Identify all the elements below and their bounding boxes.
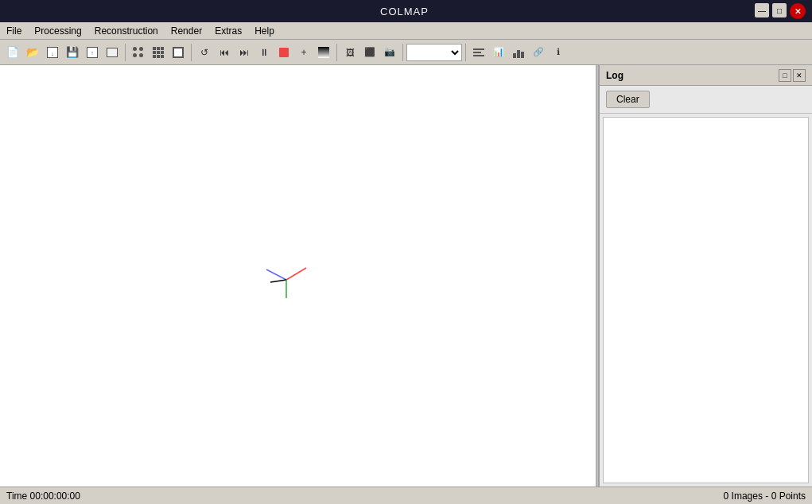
tb-square-button[interactable] bbox=[169, 43, 188, 62]
tb-save-button[interactable]: 💾 bbox=[63, 43, 82, 62]
bar-icon bbox=[513, 47, 524, 58]
new-icon: 📄 bbox=[6, 46, 19, 58]
pause-icon: ⏸ bbox=[259, 47, 269, 58]
points-icon bbox=[133, 47, 144, 58]
svg-line-2 bbox=[270, 280, 286, 282]
main-area: Log □ ✕ Clear bbox=[0, 65, 812, 487]
tb-addkf-button[interactable]: + bbox=[294, 43, 313, 62]
tb-match-button[interactable]: 🔗 bbox=[529, 43, 548, 62]
svg-line-1 bbox=[266, 269, 286, 280]
log-close-button[interactable]: ✕ bbox=[793, 69, 806, 82]
align-icon bbox=[473, 48, 484, 56]
axes-container bbox=[254, 244, 318, 308]
log-toolbar: Clear bbox=[600, 86, 812, 114]
match-icon: 🔗 bbox=[533, 47, 544, 57]
toolbar-sep-3 bbox=[336, 44, 337, 61]
menu-file[interactable]: File bbox=[0, 22, 28, 39]
export-icon: ↑ bbox=[87, 47, 98, 58]
info-icon: ℹ bbox=[557, 47, 560, 57]
time-label: Time 00:00:00:00 bbox=[6, 490, 80, 502]
tb-camera-button[interactable]: 📷 bbox=[380, 43, 399, 62]
window-controls: — □ ✕ bbox=[755, 3, 806, 19]
viewport[interactable] bbox=[0, 65, 596, 487]
toolbar-sep-4 bbox=[402, 44, 403, 61]
tb-pause-button[interactable]: ⏸ bbox=[254, 43, 274, 62]
log-panel: Log □ ✕ Clear bbox=[599, 65, 812, 487]
tb-export-button[interactable]: ↑ bbox=[83, 43, 102, 62]
record-icon bbox=[279, 48, 289, 57]
minimize-button[interactable]: — bbox=[755, 3, 769, 17]
tb-loop-button[interactable]: ↺ bbox=[195, 43, 214, 62]
close-button[interactable]: ✕ bbox=[790, 3, 806, 19]
app-title: COLMAP bbox=[54, 6, 755, 17]
img-icon: 🖼 bbox=[346, 48, 355, 57]
info-label: 0 Images - 0 Points bbox=[724, 490, 806, 502]
tb-img-button[interactable]: 🖼 bbox=[340, 43, 359, 62]
save-icon: 💾 bbox=[66, 46, 79, 58]
tb-color-button[interactable] bbox=[314, 43, 333, 62]
render-dropdown[interactable] bbox=[406, 44, 462, 61]
toolbar-sep-5 bbox=[465, 44, 466, 61]
log-restore-button[interactable]: □ bbox=[779, 69, 791, 82]
title-bar: COLMAP — □ ✕ bbox=[0, 0, 812, 22]
tb-prev-button[interactable]: ⏮ bbox=[215, 43, 234, 62]
tb-bar-button[interactable] bbox=[509, 43, 528, 62]
log-header: Log □ ✕ bbox=[600, 65, 812, 86]
svg-line-0 bbox=[286, 268, 306, 280]
import-icon: ↓ bbox=[47, 47, 58, 58]
stat-icon: 📊 bbox=[493, 47, 504, 57]
prev-icon: ⏮ bbox=[220, 47, 229, 58]
menu-render[interactable]: Render bbox=[165, 22, 208, 39]
color-icon bbox=[318, 47, 329, 58]
toolbar-sep-2 bbox=[191, 44, 192, 61]
toolbar: 📄 📂 ↓ 💾 ↑ bbox=[0, 40, 812, 65]
tb-info-button[interactable]: ℹ bbox=[549, 43, 568, 62]
tb-points-button[interactable] bbox=[129, 43, 148, 62]
tb-export2-button[interactable] bbox=[103, 43, 122, 62]
tb-points3d-button[interactable]: ⬛ bbox=[360, 43, 379, 62]
tb-import-button[interactable]: ↓ bbox=[43, 43, 62, 62]
tb-next-button[interactable]: ⏭ bbox=[235, 43, 254, 62]
menu-processing[interactable]: Processing bbox=[28, 22, 87, 39]
axes-svg bbox=[254, 244, 318, 308]
toolbar-sep-1 bbox=[125, 44, 126, 61]
open-icon: 📂 bbox=[26, 46, 39, 58]
tb-open-button[interactable]: 📂 bbox=[23, 43, 42, 62]
tb-new-button[interactable]: 📄 bbox=[3, 43, 22, 62]
points3d-icon: ⬛ bbox=[364, 47, 375, 57]
camera-icon: 📷 bbox=[384, 47, 395, 57]
menu-bar: File Processing Reconstruction Render Ex… bbox=[0, 22, 812, 40]
addkf-icon: + bbox=[301, 47, 306, 58]
status-bar: Time 00:00:00:00 0 Images - 0 Points bbox=[0, 487, 812, 504]
log-content[interactable] bbox=[603, 117, 809, 483]
tb-record-button[interactable] bbox=[274, 43, 293, 62]
clear-button[interactable]: Clear bbox=[606, 91, 650, 108]
loop-icon: ↺ bbox=[200, 47, 208, 58]
log-title: Log bbox=[606, 70, 624, 81]
log-header-controls: □ ✕ bbox=[779, 69, 806, 82]
menu-extras[interactable]: Extras bbox=[208, 22, 248, 39]
export2-icon bbox=[107, 48, 118, 57]
tb-align-button[interactable] bbox=[469, 43, 488, 62]
menu-help[interactable]: Help bbox=[248, 22, 281, 39]
grid-icon bbox=[153, 47, 164, 58]
maximize-button[interactable]: □ bbox=[772, 3, 787, 17]
menu-reconstruction[interactable]: Reconstruction bbox=[88, 22, 165, 39]
tb-grid-button[interactable] bbox=[149, 43, 168, 62]
next-icon: ⏭ bbox=[239, 47, 249, 58]
square-icon bbox=[173, 47, 184, 58]
tb-stat-button[interactable]: 📊 bbox=[489, 43, 508, 62]
